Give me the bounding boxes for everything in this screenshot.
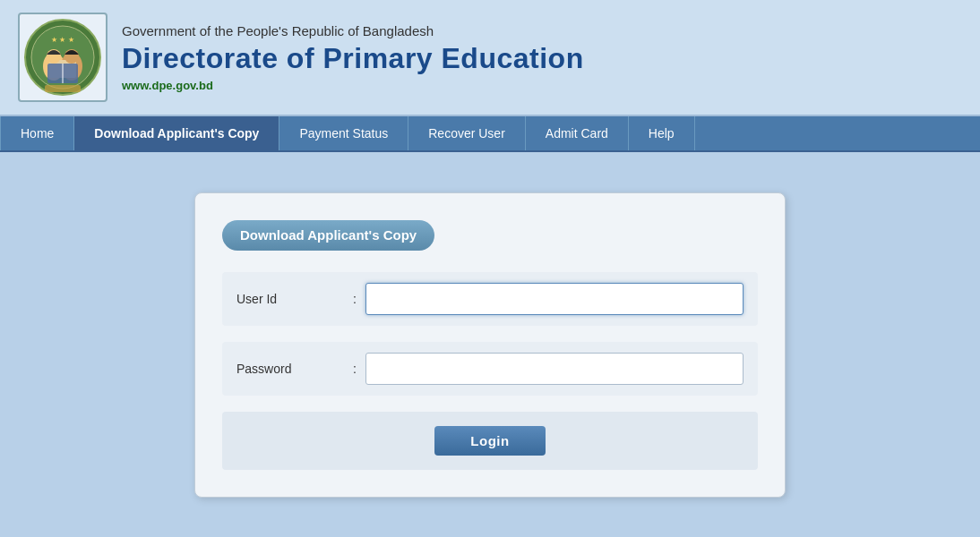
user-id-input[interactable] bbox=[365, 283, 744, 315]
nav-payment-status[interactable]: Payment Status bbox=[279, 116, 408, 150]
svg-text:★ ★ ★: ★ ★ ★ bbox=[51, 36, 73, 44]
main-navbar: Home Download Applicant's Copy Payment S… bbox=[0, 116, 980, 152]
nav-help[interactable]: Help bbox=[629, 116, 695, 150]
form-card-title: Download Applicant's Copy bbox=[240, 227, 417, 243]
password-label: Password bbox=[236, 362, 344, 376]
nav-home[interactable]: Home bbox=[0, 116, 74, 150]
site-header: ★ ★ ★ Government of the People's Republi… bbox=[0, 0, 980, 116]
main-content: Download Applicant's Copy User Id : Pass… bbox=[0, 152, 980, 537]
form-card-header: Download Applicant's Copy bbox=[222, 220, 434, 251]
header-subtitle: Government of the People's Republic of B… bbox=[122, 23, 584, 38]
nav-download-applicant[interactable]: Download Applicant's Copy bbox=[74, 116, 279, 150]
logo-container: ★ ★ ★ bbox=[18, 13, 107, 102]
password-input[interactable] bbox=[365, 353, 744, 385]
login-form-card: Download Applicant's Copy User Id : Pass… bbox=[194, 192, 786, 498]
nav-recover-user[interactable]: Recover User bbox=[408, 116, 526, 150]
login-button[interactable]: Login bbox=[434, 426, 545, 456]
form-footer: Login bbox=[222, 412, 758, 470]
password-colon: : bbox=[344, 362, 365, 376]
user-id-colon: : bbox=[344, 292, 365, 306]
password-row: Password : bbox=[222, 342, 758, 396]
nav-admit-card[interactable]: Admit Card bbox=[526, 116, 629, 150]
site-logo: ★ ★ ★ bbox=[18, 13, 107, 102]
user-id-label: User Id bbox=[236, 292, 344, 306]
header-url: www.dpe.gov.bd bbox=[122, 79, 584, 92]
logo-icon: ★ ★ ★ bbox=[22, 17, 103, 98]
header-title: Directorate of Primary Education bbox=[122, 42, 584, 75]
header-text-block: Government of the People's Republic of B… bbox=[122, 23, 584, 92]
svg-rect-10 bbox=[45, 85, 81, 92]
user-id-row: User Id : bbox=[222, 272, 758, 326]
